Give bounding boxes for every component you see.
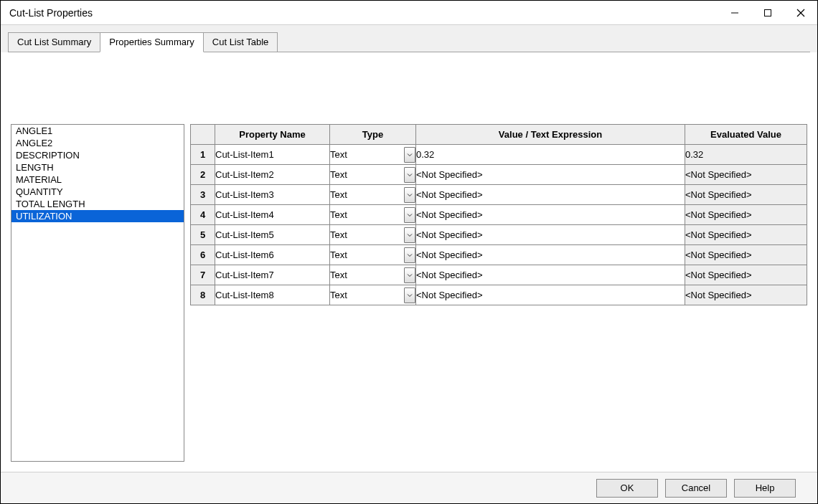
cell-value[interactable]: <Not Specified> [416,265,685,285]
grid-container: Property Name Type Value / Text Expressi… [190,124,807,462]
cell-property-name[interactable]: Cut-List-Item2 [215,165,330,185]
list-item[interactable]: MATERIAL [11,173,184,186]
cell-evaluated: <Not Specified> [685,205,807,225]
row-number[interactable]: 8 [191,285,215,305]
list-item[interactable]: TOTAL LENGTH [11,198,184,210]
table-row: 4Cut-List-Item4Text<Not Specified><Not S… [191,205,807,225]
list-item[interactable]: QUANTITY [11,186,184,198]
chevron-down-icon [407,172,413,178]
cell-property-name[interactable]: Cut-List-Item3 [215,185,330,205]
row-number[interactable]: 6 [191,245,215,265]
chevron-down-icon [407,152,413,158]
row-number[interactable]: 2 [191,165,215,185]
tab-properties-summary[interactable]: Properties Summary [100,32,203,52]
window-controls [718,1,817,24]
cell-value[interactable]: 0.32 [416,145,685,165]
cell-type[interactable]: Text [330,265,416,285]
cell-evaluated: <Not Specified> [685,185,807,205]
table-row: 1Cut-List-Item1Text0.320.32 [191,145,807,165]
chevron-down-icon [407,252,413,258]
property-listbox[interactable]: ANGLE1ANGLE2DESCRIPTIONLENGTHMATERIALQUA… [11,124,184,462]
type-text: Text [330,270,404,280]
table-row: 5Cut-List-Item5Text<Not Specified><Not S… [191,225,807,245]
cell-value[interactable]: <Not Specified> [416,205,685,225]
table-row: 2Cut-List-Item2Text<Not Specified><Not S… [191,165,807,185]
cell-evaluated: <Not Specified> [685,265,807,285]
tab-cut-list-summary[interactable]: Cut List Summary [8,32,100,52]
type-text: Text [330,249,404,260]
cell-value[interactable]: <Not Specified> [416,165,685,185]
col-header-type[interactable]: Type [330,125,416,145]
chevron-down-icon [407,192,413,198]
type-dropdown-button[interactable] [404,267,415,283]
col-header-evaluated[interactable]: Evaluated Value [685,125,807,145]
minimize-icon [730,9,739,17]
cell-property-name[interactable]: Cut-List-Item4 [215,205,330,225]
close-icon [796,9,805,17]
type-dropdown-button[interactable] [404,207,415,223]
window-title: Cut-List Properties [9,7,93,19]
cell-type[interactable]: Text [330,205,416,225]
table-row: 6Cut-List-Item6Text<Not Specified><Not S… [191,245,807,265]
cell-value[interactable]: <Not Specified> [416,245,685,265]
type-text: Text [330,189,404,200]
dialog-window: Cut-List Properties Cut List SummaryProp… [0,0,818,504]
cell-evaluated: <Not Specified> [685,165,807,185]
chevron-down-icon [407,293,413,298]
cell-type[interactable]: Text [330,225,416,245]
col-header-property-name[interactable]: Property Name [215,125,330,145]
type-dropdown-button[interactable] [404,287,415,303]
tab-cut-list-table[interactable]: Cut List Table [203,32,278,52]
cell-type[interactable]: Text [330,245,416,265]
type-dropdown-button[interactable] [404,147,415,163]
type-text: Text [330,290,404,300]
type-text: Text [330,209,404,220]
cell-value[interactable]: <Not Specified> [416,225,685,245]
row-number[interactable]: 5 [191,225,215,245]
row-number[interactable]: 1 [191,145,215,165]
cell-evaluated: <Not Specified> [685,225,807,245]
type-dropdown-button[interactable] [404,227,415,243]
list-item[interactable]: ANGLE1 [11,125,184,137]
cell-value[interactable]: <Not Specified> [416,185,685,205]
list-item[interactable]: UTILIZATION [11,210,184,222]
list-item[interactable]: DESCRIPTION [11,149,184,161]
properties-grid[interactable]: Property Name Type Value / Text Expressi… [190,124,807,305]
table-row: 3Cut-List-Item3Text<Not Specified><Not S… [191,185,807,205]
cell-property-name[interactable]: Cut-List-Item5 [215,225,330,245]
grid-corner [191,125,215,145]
chevron-down-icon [407,212,413,218]
list-item[interactable]: ANGLE2 [11,137,184,149]
ok-button[interactable]: OK [596,479,658,498]
table-row: 7Cut-List-Item7Text<Not Specified><Not S… [191,265,807,285]
minimize-button[interactable] [718,1,751,24]
cell-type[interactable]: Text [330,285,416,305]
col-header-value[interactable]: Value / Text Expression [416,125,685,145]
type-text: Text [330,229,404,240]
help-button[interactable]: Help [734,479,796,498]
button-bar: OK Cancel Help [1,472,817,503]
list-item[interactable]: LENGTH [11,161,184,173]
cell-evaluated: <Not Specified> [685,245,807,265]
type-dropdown-button[interactable] [404,247,415,263]
cell-type[interactable]: Text [330,145,416,165]
table-row: 8Cut-List-Item8Text<Not Specified><Not S… [191,285,807,305]
row-number[interactable]: 4 [191,205,215,225]
row-number[interactable]: 7 [191,265,215,285]
cell-property-name[interactable]: Cut-List-Item1 [215,145,330,165]
row-number[interactable]: 3 [191,185,215,205]
close-button[interactable] [784,1,817,24]
cell-property-name[interactable]: Cut-List-Item6 [215,245,330,265]
type-text: Text [330,169,404,180]
cancel-button[interactable]: Cancel [665,479,727,498]
type-dropdown-button[interactable] [404,167,415,183]
cell-property-name[interactable]: Cut-List-Item8 [215,285,330,305]
cell-value[interactable]: <Not Specified> [416,285,685,305]
cell-type[interactable]: Text [330,185,416,205]
chevron-down-icon [407,232,413,238]
type-text: Text [330,149,404,160]
cell-type[interactable]: Text [330,165,416,185]
maximize-button[interactable] [751,1,784,24]
type-dropdown-button[interactable] [404,187,415,203]
cell-property-name[interactable]: Cut-List-Item7 [215,265,330,285]
